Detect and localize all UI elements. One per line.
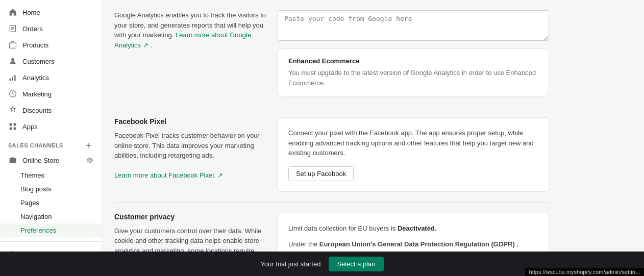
fb-pixel-card: Connect your pixel with the Facebook app… xyxy=(278,117,549,192)
sidebar-item-marketing[interactable]: Marketing xyxy=(0,86,102,102)
add-sales-channel-button[interactable] xyxy=(84,141,93,150)
customers-icon xyxy=(8,57,17,66)
discounts-icon xyxy=(8,106,17,115)
ga-input-area: Enhanced Ecommerce You must upgrade to t… xyxy=(278,10,549,96)
svg-rect-11 xyxy=(14,123,16,126)
svg-rect-6 xyxy=(10,79,11,81)
fb-pixel-text: Facebook Pixel tracks customer behavior … xyxy=(114,131,267,181)
facebook-pixel-section: Facebook Pixel Facebook Pixel tracks cus… xyxy=(114,117,549,192)
fb-pixel-learn-more-link[interactable]: Learn more about Facebook Pixel. ↗ xyxy=(114,171,223,179)
trial-text: Your trial just started xyxy=(260,260,320,268)
sidebar-item-analytics[interactable]: Analytics xyxy=(0,69,102,86)
svg-rect-13 xyxy=(14,128,16,130)
privacy-info-card: Limit data collection for EU buyers is D… xyxy=(278,213,549,252)
svg-rect-8 xyxy=(14,75,15,81)
ga-code-input[interactable] xyxy=(278,10,549,41)
external-link-icon-2: ↗ xyxy=(217,171,223,179)
svg-rect-7 xyxy=(12,77,13,81)
marketing-icon xyxy=(8,89,17,98)
sidebar-subitem-themes[interactable]: Themes xyxy=(0,168,102,182)
sidebar-bottom: Settings xyxy=(0,241,102,252)
sidebar: Home Orders Products Customers xyxy=(0,0,102,252)
sidebar-item-products[interactable]: Products xyxy=(0,37,102,53)
sidebar-item-home[interactable]: Home xyxy=(0,4,102,20)
apps-icon xyxy=(8,122,17,131)
sidebar-item-discounts[interactable]: Discounts xyxy=(0,102,102,118)
trial-bar: Your trial just started Select a plan ht… xyxy=(0,252,644,276)
fb-pixel-connect-text: Connect your pixel with the Facebook app… xyxy=(288,128,538,158)
svg-rect-12 xyxy=(10,128,12,130)
privacy-description-text: Give your customers control over their d… xyxy=(114,226,267,252)
select-plan-button[interactable]: Select a plan xyxy=(329,257,383,271)
svg-rect-14 xyxy=(10,158,16,163)
svg-rect-4 xyxy=(10,43,16,48)
orders-icon xyxy=(8,24,17,33)
sidebar-item-apps[interactable]: Apps xyxy=(0,118,102,135)
privacy-card: Limit data collection for EU buyers is D… xyxy=(278,213,549,252)
sidebar-item-settings[interactable]: Settings xyxy=(0,246,102,252)
google-analytics-section: Google Analytics enables you to track th… xyxy=(114,10,549,96)
deactivated-badge: Deactivated. xyxy=(398,224,437,232)
trial-url: https://wscube.myshopify.com/admin/setti… xyxy=(525,268,644,276)
privacy-gdpr-text: Under the European Union's General Data … xyxy=(288,239,538,252)
sidebar-item-online-store[interactable]: Online Store xyxy=(0,152,102,168)
ga-description-text: Google Analytics enables you to track th… xyxy=(114,10,267,50)
svg-point-15 xyxy=(89,159,91,161)
sidebar-subitem-pages[interactable]: Pages xyxy=(0,196,102,210)
section-divider-2 xyxy=(114,202,549,203)
content-inner: Google Analytics enables you to track th… xyxy=(102,0,561,252)
analytics-icon xyxy=(8,73,17,82)
svg-point-5 xyxy=(11,58,14,61)
home-icon xyxy=(8,8,17,17)
fb-pixel-description: Facebook Pixel Facebook Pixel tracks cus… xyxy=(114,117,267,192)
enhanced-ecommerce-title: Enhanced Ecommerce xyxy=(288,57,538,65)
fb-pixel-title: Facebook Pixel xyxy=(114,117,267,126)
sidebar-nav: Home Orders Products Customers xyxy=(0,0,102,241)
main-content: Google Analytics enables you to track th… xyxy=(102,0,644,252)
setup-facebook-button[interactable]: Set up Facebook xyxy=(288,166,354,181)
section-divider-1 xyxy=(114,107,549,107)
sidebar-subitem-preferences[interactable]: Preferences xyxy=(0,223,102,237)
sidebar-subitem-blog-posts[interactable]: Blog posts xyxy=(0,182,102,196)
privacy-limit-text: Limit data collection for EU buyers is D… xyxy=(288,223,538,234)
svg-rect-10 xyxy=(10,123,12,126)
sales-channels-actions xyxy=(84,141,93,150)
online-store-icon xyxy=(8,156,17,165)
fb-pixel-connect-card: Connect your pixel with the Facebook app… xyxy=(278,117,549,192)
customer-privacy-section: Customer privacy Give your customers con… xyxy=(114,213,549,252)
sales-channels-header: Sales channels xyxy=(0,135,102,152)
enhanced-ecommerce-text: You must upgrade to the latest version o… xyxy=(288,68,538,88)
online-store-view-button[interactable] xyxy=(86,157,93,164)
sidebar-item-customers[interactable]: Customers xyxy=(0,53,102,69)
external-link-icon: ↗ xyxy=(143,41,148,49)
sidebar-item-orders[interactable]: Orders xyxy=(0,20,102,37)
sidebar-subitem-navigation[interactable]: Navigation xyxy=(0,210,102,223)
enhanced-ecommerce-card: Enhanced Ecommerce You must upgrade to t… xyxy=(278,48,549,96)
ga-description: Google Analytics enables you to track th… xyxy=(114,10,267,96)
privacy-title: Customer privacy xyxy=(114,213,267,221)
products-icon xyxy=(8,40,17,49)
privacy-description: Customer privacy Give your customers con… xyxy=(114,213,267,252)
